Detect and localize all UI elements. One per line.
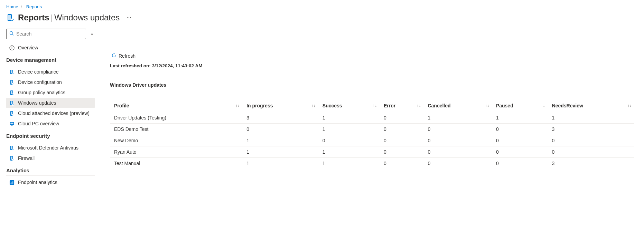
cell-profile: New Demo bbox=[110, 135, 242, 146]
chevron-right-icon: 〉 bbox=[20, 4, 24, 9]
cell-cancelled: 1 bbox=[423, 112, 492, 124]
col-in-progress[interactable]: In progress↑↓ bbox=[242, 99, 318, 112]
page-title: Reports|Windows updates bbox=[18, 13, 120, 22]
svg-rect-25 bbox=[11, 125, 12, 125]
svg-rect-1 bbox=[8, 15, 11, 20]
cell-in_progress: 1 bbox=[242, 135, 318, 146]
table-row[interactable]: Driver Updates (Testing)310111 bbox=[110, 112, 634, 124]
svg-rect-33 bbox=[10, 183, 11, 184]
breadcrumb-home[interactable]: Home bbox=[6, 4, 18, 9]
cell-success: 1 bbox=[318, 112, 380, 124]
sidebar-item-label: Endpoint analytics bbox=[18, 180, 57, 185]
cell-error: 0 bbox=[380, 124, 424, 135]
sidebar: « Overview Device management Device comp… bbox=[6, 29, 96, 188]
col-success[interactable]: Success↑↓ bbox=[318, 99, 380, 112]
section-header-device-management: Device management bbox=[6, 53, 95, 65]
sidebar-item[interactable]: Cloud PC overview bbox=[6, 118, 95, 129]
refresh-button[interactable]: Refresh bbox=[110, 51, 137, 61]
device-icon bbox=[9, 79, 15, 85]
svg-rect-12 bbox=[11, 80, 12, 84]
cell-error: 0 bbox=[380, 146, 424, 158]
col-cancelled[interactable]: Cancelled↑↓ bbox=[423, 99, 492, 112]
sidebar-item-label: Group policy analytics bbox=[18, 90, 65, 95]
sidebar-item-overview[interactable]: Overview bbox=[6, 42, 95, 53]
cell-in_progress: 1 bbox=[242, 158, 318, 169]
collapse-sidebar-button[interactable]: « bbox=[90, 30, 95, 38]
sidebar-item-label: Cloud PC overview bbox=[18, 121, 59, 126]
col-paused[interactable]: Paused↑↓ bbox=[492, 99, 548, 112]
cell-needs_review: 0 bbox=[548, 135, 634, 146]
svg-rect-15 bbox=[11, 91, 12, 94]
table-row[interactable]: Ryan Auto110000 bbox=[110, 146, 634, 158]
more-actions-button[interactable]: ⋯ bbox=[123, 15, 135, 20]
sort-icon: ↑↓ bbox=[373, 103, 377, 108]
table-title: Windows Driver updates bbox=[110, 82, 634, 88]
breadcrumb: Home 〉 Reports bbox=[6, 4, 638, 9]
cell-cancelled: 0 bbox=[423, 158, 492, 169]
svg-point-3 bbox=[10, 31, 13, 35]
table-row[interactable]: EDS Demo Test010003 bbox=[110, 124, 634, 135]
cell-in_progress: 3 bbox=[242, 112, 318, 124]
cell-error: 0 bbox=[380, 158, 424, 169]
cell-profile: Ryan Auto bbox=[110, 146, 242, 158]
sort-icon: ↑↓ bbox=[541, 103, 545, 108]
col-needs-review[interactable]: NeedsReview↑↓ bbox=[548, 99, 634, 112]
sidebar-item[interactable]: Device compliance bbox=[6, 67, 95, 77]
section-header-analytics: Analytics bbox=[6, 163, 95, 176]
device-icon bbox=[9, 180, 15, 185]
cell-cancelled: 0 bbox=[423, 135, 492, 146]
cell-profile: Driver Updates (Testing) bbox=[110, 112, 242, 124]
page-title-row: Reports|Windows updates ⋯ bbox=[6, 13, 638, 22]
search-box[interactable] bbox=[6, 29, 86, 39]
col-profile[interactable]: Profile↑↓ bbox=[110, 99, 242, 112]
cell-error: 0 bbox=[380, 135, 424, 146]
cell-needs_review: 3 bbox=[548, 124, 634, 135]
table-row[interactable]: New Demo100000 bbox=[110, 135, 634, 146]
cell-paused: 0 bbox=[492, 135, 548, 146]
table-row[interactable]: Test Manual110003 bbox=[110, 158, 634, 169]
cell-cancelled: 0 bbox=[423, 124, 492, 135]
cell-in_progress: 1 bbox=[242, 146, 318, 158]
device-icon bbox=[9, 90, 15, 95]
main-content: Refresh Last refreshed on: 3/12/2024, 11… bbox=[96, 29, 638, 169]
sort-icon: ↑↓ bbox=[627, 103, 632, 108]
sidebar-item[interactable]: Microsoft Defender Antivirus bbox=[6, 143, 95, 153]
breadcrumb-reports[interactable]: Reports bbox=[26, 4, 42, 9]
cell-success: 1 bbox=[318, 146, 380, 158]
cell-success: 1 bbox=[318, 158, 380, 169]
col-error[interactable]: Error↑↓ bbox=[380, 99, 424, 112]
cell-profile: EDS Demo Test bbox=[110, 124, 242, 135]
sidebar-item[interactable]: Cloud attached devices (preview) bbox=[6, 108, 95, 118]
svg-rect-27 bbox=[11, 146, 12, 149]
cell-paused: 0 bbox=[492, 124, 548, 135]
svg-rect-18 bbox=[11, 101, 12, 104]
device-icon bbox=[9, 100, 15, 106]
sidebar-item-label: Microsoft Defender Antivirus bbox=[18, 145, 78, 151]
sidebar-item-label: Cloud attached devices (preview) bbox=[18, 110, 90, 116]
refresh-icon bbox=[111, 53, 116, 59]
sort-icon: ↑↓ bbox=[235, 103, 240, 108]
sidebar-item[interactable]: Group policy analytics bbox=[6, 87, 95, 98]
cell-needs_review: 0 bbox=[548, 146, 634, 158]
last-refreshed: Last refreshed on: 3/12/2024, 11:43:02 A… bbox=[110, 63, 634, 68]
sort-icon: ↑↓ bbox=[485, 103, 489, 108]
sidebar-item[interactable]: Windows updates bbox=[6, 98, 95, 108]
search-input[interactable] bbox=[16, 31, 83, 37]
sidebar-item-label: Firewall bbox=[18, 155, 35, 161]
cell-needs_review: 3 bbox=[548, 158, 634, 169]
svg-rect-9 bbox=[11, 70, 12, 73]
driver-updates-table: Profile↑↓ In progress↑↓ Success↑↓ Error↑… bbox=[110, 99, 634, 169]
monitor-icon bbox=[9, 121, 15, 126]
sidebar-item-label: Overview bbox=[18, 45, 38, 50]
sort-icon: ↑↓ bbox=[417, 103, 421, 108]
sort-icon: ↑↓ bbox=[311, 103, 316, 108]
device-report-icon bbox=[6, 13, 15, 22]
sidebar-item[interactable]: Firewall bbox=[6, 153, 95, 163]
sidebar-item-label: Device configuration bbox=[18, 79, 62, 85]
sidebar-item[interactable]: Device configuration bbox=[6, 77, 95, 87]
sidebar-item[interactable]: Endpoint analytics bbox=[6, 177, 95, 188]
sidebar-item-label: Device compliance bbox=[18, 69, 59, 75]
device-icon bbox=[9, 69, 15, 75]
cell-needs_review: 1 bbox=[548, 112, 634, 124]
sidebar-item-label: Windows updates bbox=[18, 100, 56, 106]
